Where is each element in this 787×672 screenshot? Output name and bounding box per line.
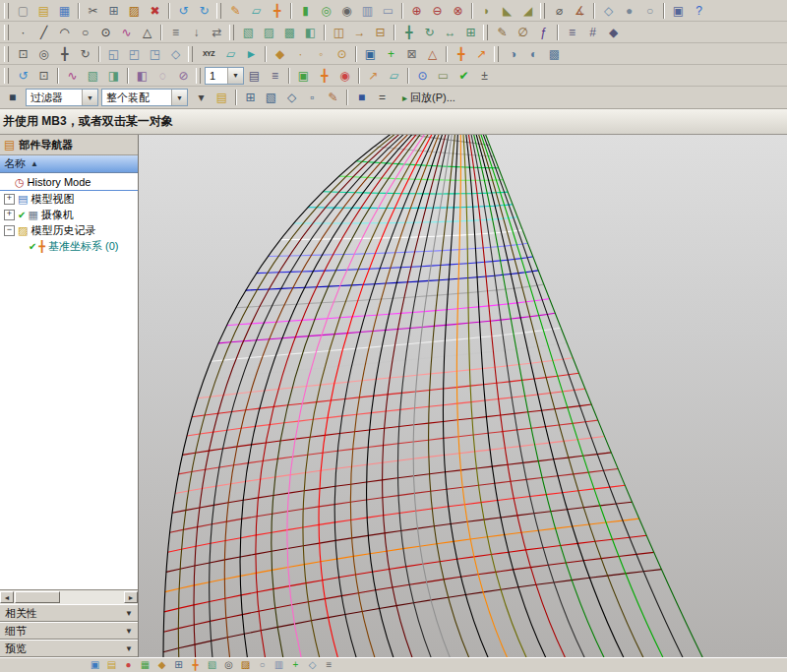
extrude-icon[interactable]: ▮	[295, 1, 316, 21]
triad-icon[interactable]: ↗	[363, 66, 384, 86]
hole-icon[interactable]: ◉	[336, 1, 357, 21]
rib-icon[interactable]: ▥	[357, 1, 378, 21]
snap-point-icon[interactable]: ◆	[270, 44, 290, 64]
trim-body-icon[interactable]: ◫	[329, 23, 349, 42]
csys-orient-icon[interactable]: ◉	[334, 66, 355, 86]
preferences-icon[interactable]: ◆	[603, 23, 624, 42]
zoom-icon[interactable]: ◎	[33, 44, 54, 64]
name-column-header[interactable]: 名称 ▲	[0, 155, 138, 173]
task-pane-icon-8[interactable]: ▧	[204, 657, 220, 672]
vector-tool-icon[interactable]: ►	[241, 44, 262, 64]
scroll-right-icon[interactable]: ►	[124, 591, 138, 603]
task-pane-icon-9[interactable]: ◎	[220, 657, 237, 672]
window-icon[interactable]: ▣	[668, 1, 689, 21]
edit-object-display-icon[interactable]: ◧	[132, 66, 152, 86]
wcs-icon[interactable]: ╋	[451, 44, 471, 64]
through-curves-icon[interactable]: ▧	[238, 23, 259, 42]
curve-analysis-icon[interactable]: ∿	[62, 66, 83, 86]
scale-icon[interactable]: ↔	[440, 23, 460, 42]
task-pane-icon-15[interactable]: ≡	[321, 657, 337, 672]
view-orient-icon[interactable]: ◇	[598, 1, 619, 21]
task-pane-icon-2[interactable]: ▤	[103, 657, 120, 672]
selection-filter-combo[interactable]: 过滤器 ▼	[26, 89, 98, 106]
scroll-left-icon[interactable]: ◄	[0, 591, 14, 603]
boundary-icon[interactable]: ▭	[433, 66, 454, 86]
sketch-icon[interactable]: ✎	[225, 1, 246, 21]
open-icon[interactable]: ▤	[33, 1, 54, 21]
suppress-icon[interactable]: ∅	[513, 23, 533, 42]
highlight-toggle-icon[interactable]: ▾	[191, 88, 212, 107]
bounded-plane-icon[interactable]: ◧	[300, 23, 321, 42]
navigator-horizontal-scrollbar[interactable]: ◄ ►	[0, 589, 138, 604]
chevron-down-icon[interactable]: ▼	[125, 644, 133, 653]
wireframe-icon[interactable]: ○	[639, 1, 660, 21]
explode-icon[interactable]: △	[422, 44, 443, 64]
equal-filter-icon[interactable]: =	[372, 88, 393, 107]
checkbox-icon[interactable]: ✔	[29, 241, 36, 252]
chevron-down-icon[interactable]: ▼	[171, 90, 187, 105]
ellipse-icon[interactable]: ⊙	[95, 23, 116, 42]
toolbar-grip[interactable]	[540, 3, 545, 19]
delete-icon[interactable]: ✖	[145, 1, 165, 21]
scrollbar-thumb[interactable]	[15, 591, 60, 603]
tolerance-icon[interactable]: ±	[474, 66, 495, 86]
undo-icon[interactable]: ↺	[173, 1, 194, 21]
wireframe-model[interactable]	[139, 135, 787, 657]
layer-settings-icon[interactable]: ≡	[562, 23, 582, 42]
datum-display-icon[interactable]: ▱	[384, 66, 404, 86]
tree-item[interactable]: +✔▦摄像机	[0, 207, 138, 222]
expression-icon[interactable]: ƒ	[533, 23, 554, 42]
task-pane-icon-5[interactable]: ◆	[153, 657, 170, 672]
toolbar-grip[interactable]	[196, 68, 201, 84]
subtract-icon[interactable]: ⊖	[427, 1, 448, 21]
selection-scope-combo[interactable]: 整个装配 ▼	[101, 89, 188, 106]
edit-params-icon[interactable]: ✎	[492, 23, 513, 42]
unite-icon[interactable]: ⊕	[406, 1, 427, 21]
color-swatch-icon[interactable]: ■	[351, 88, 372, 107]
rotate-object-icon[interactable]: ↻	[419, 23, 440, 42]
layer-visible-icon[interactable]: ▤	[244, 66, 265, 86]
measure-icon[interactable]: ⌀	[549, 1, 570, 21]
spline-icon[interactable]: ∿	[116, 23, 137, 42]
toolbar-grip[interactable]	[188, 46, 193, 62]
pan-icon[interactable]: ╋	[54, 44, 75, 64]
toolbar-grip[interactable]	[216, 3, 221, 19]
replay-button[interactable]: ▸ 回放(P)...	[395, 89, 462, 107]
open-folder-icon[interactable]: ▤	[212, 88, 232, 107]
work-layer-combo[interactable]: 1 ▼	[205, 67, 244, 85]
task-pane-icon-6[interactable]: ⊞	[170, 657, 187, 672]
cut-icon[interactable]: ✂	[83, 1, 103, 21]
panel-header-dependencies[interactable]: 相关性▼	[0, 604, 138, 622]
task-pane-icon-13[interactable]: +	[287, 657, 304, 672]
assembly-icon[interactable]: ▣	[360, 44, 381, 64]
visualization-icon[interactable]: ◐	[523, 44, 544, 64]
chevron-down-icon[interactable]: ▼	[227, 68, 243, 84]
new-part-icon[interactable]: ▢	[13, 1, 33, 21]
assembly-constraints-icon[interactable]: ⊠	[401, 44, 422, 64]
select-face-icon[interactable]: ▧	[261, 88, 281, 107]
chevron-down-icon[interactable]: ▼	[125, 609, 133, 618]
shaded-icon[interactable]: ●	[619, 1, 639, 21]
tree-item[interactable]: −▨模型历史记录	[0, 222, 138, 238]
snap-midpoint-icon[interactable]: ◦	[311, 44, 332, 64]
tree-item[interactable]: +▤模型视图	[0, 191, 138, 207]
examine-geometry-icon[interactable]: ✔	[454, 66, 474, 86]
line-icon[interactable]: ╱	[33, 23, 54, 42]
tree-item[interactable]: ✔╋基准坐标系 (0)	[0, 238, 138, 254]
paste-icon[interactable]: ▨	[124, 1, 145, 21]
project-curve-icon[interactable]: ↓	[186, 23, 207, 42]
checkbox-icon[interactable]: ✔	[18, 210, 26, 220]
point-xyz-icon[interactable]: XYZ	[197, 44, 220, 64]
copy-icon[interactable]: ⊞	[103, 1, 124, 21]
toolbar-grip[interactable]	[494, 46, 499, 62]
datum-csys-icon[interactable]: ╋	[267, 1, 287, 21]
help-icon[interactable]: ?	[689, 1, 709, 21]
role-icon[interactable]: ◑	[503, 44, 523, 64]
tree-item[interactable]: ◷History Mode	[0, 174, 138, 191]
front-view-icon[interactable]: ◱	[103, 44, 124, 64]
task-pane-icon-10[interactable]: ▨	[237, 657, 254, 672]
top-view-icon[interactable]: ◰	[124, 44, 145, 64]
redo-icon[interactable]: ↻	[194, 1, 214, 21]
task-pane-icon-12[interactable]: ▥	[271, 657, 287, 672]
point-icon[interactable]: ∙	[13, 23, 33, 42]
